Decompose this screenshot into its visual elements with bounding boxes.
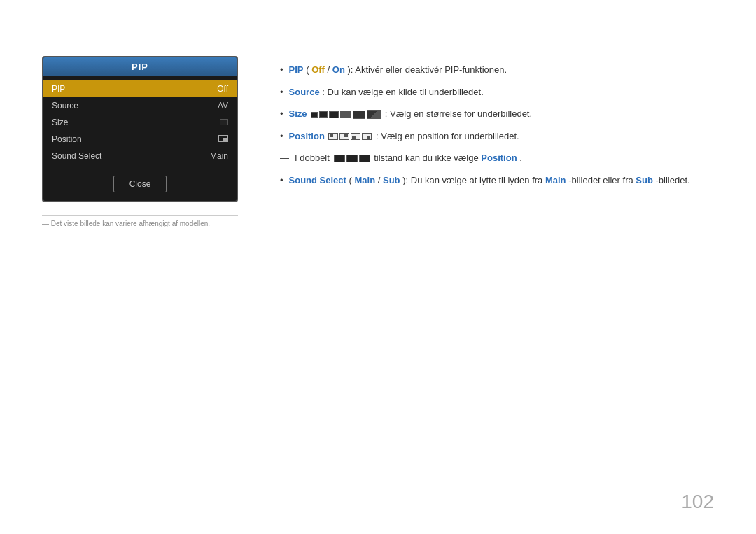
pip-row-position[interactable]: Position: [43, 131, 237, 148]
close-btn-row: Close: [43, 169, 237, 201]
pip-value-source: AV: [218, 101, 228, 111]
pip-paren: (: [306, 64, 309, 75]
bullet-dot-4: •: [280, 129, 284, 143]
right-panel: • PIP ( Off / On ): Aktivér eller deakti…: [280, 56, 714, 187]
pos-inner-bl: [352, 136, 356, 139]
pip-menu: PIP Off Source AV Size Position: [43, 76, 237, 169]
pip-label-pip: PIP: [52, 84, 65, 94]
pip-value-sound-select: Main: [210, 151, 228, 161]
pip-value-position: [218, 134, 228, 144]
on-bold: On: [332, 64, 345, 75]
bullet-text-sound-select: Sound Select ( Main / Sub ): Du kan vælg…: [289, 174, 714, 188]
footnote: ― Det viste billede kan variere afhængig…: [42, 215, 238, 227]
pos-icon-tr: [340, 133, 349, 140]
pos-inner-tl: [330, 134, 333, 137]
size-after: : Vælg en størrelse for underbilledet.: [385, 108, 532, 119]
dobbelt-position-bold: Position: [481, 153, 517, 163]
dobbelt-after: tilstand kan du ikke vælge: [374, 153, 481, 163]
dbl-icon-1: [334, 155, 345, 162]
pip-label-size: Size: [52, 118, 68, 127]
bullet-text-source: Source : Du kan vælge en kilde til under…: [289, 85, 714, 99]
size-icon-small: [220, 119, 228, 125]
pip-row-sound-select[interactable]: Sound Select Main: [43, 148, 237, 164]
pos-icon-bl: [351, 133, 360, 140]
pip-title-bar: PIP: [43, 57, 237, 76]
pip-after: ): Aktivér eller deaktivér PIP-funktione…: [347, 64, 507, 75]
pos-icon-tl: [328, 133, 338, 140]
size-icon-4: [340, 111, 351, 118]
bullet-text-position: Position : Vælg en position for underbil…: [289, 129, 714, 143]
page-container: PIP PIP Off Source AV Size: [0, 0, 756, 534]
size-icon-6: [367, 110, 381, 119]
pip-row-pip[interactable]: PIP Off: [43, 80, 237, 97]
pip-row-source[interactable]: Source AV: [43, 97, 237, 114]
size-bold: Size: [289, 108, 307, 119]
bullet-dot-2: •: [280, 85, 284, 99]
position-icon-br: [218, 135, 228, 142]
off-bold: Off: [312, 64, 325, 75]
position-icons-row: [328, 133, 372, 140]
main-bold2: Main: [545, 175, 566, 185]
dbl-icon-3: [359, 155, 370, 162]
page-number: 102: [681, 491, 714, 513]
pos-inner-br: [367, 136, 370, 139]
pip-bold: PIP: [289, 64, 304, 75]
sound-select-middle: -billedet eller fra: [568, 175, 636, 185]
size-icons-row: [311, 110, 381, 119]
sub-bold2: Sub: [636, 175, 653, 185]
pip-slash: /: [328, 64, 332, 75]
dobbelt-end: .: [519, 153, 522, 163]
pip-label-source: Source: [52, 101, 78, 111]
close-button[interactable]: Close: [113, 176, 167, 192]
pip-label-sound-select: Sound Select: [52, 151, 102, 161]
pos-icon-br: [362, 133, 372, 140]
pip-dialog: PIP PIP Off Source AV Size: [42, 56, 238, 202]
list-item-pip: • PIP ( Off / On ): Aktivér eller deakti…: [280, 63, 714, 77]
bullet-dot-1: •: [280, 63, 284, 77]
bullet-text-size: Size : Vælg en størrelse for underbilled…: [289, 107, 714, 121]
size-icon-2: [319, 111, 328, 118]
bullet-text-pip: PIP ( Off / On ): Aktivér eller deaktivé…: [289, 63, 714, 77]
source-bold: Source: [289, 87, 320, 97]
sub-bold: Sub: [383, 175, 400, 185]
list-item-size: • Size : Vælg en størrelse for underbill…: [280, 107, 714, 121]
dobbelt-prefix: I dobbelt: [295, 153, 332, 163]
pip-row-size[interactable]: Size: [43, 114, 237, 131]
source-after: : Du kan vælge en kilde til underbillede…: [322, 87, 484, 97]
bullet-list: • PIP ( Off / On ): Aktivér eller deakti…: [280, 63, 714, 187]
bullet-dot-3: •: [280, 107, 284, 121]
list-item-sound-select: • Sound Select ( Main / Sub ): Du kan væ…: [280, 174, 714, 188]
pip-title: PIP: [132, 62, 148, 72]
bullet-dot-5: ―: [280, 151, 289, 165]
list-item-dobbelt: ― I dobbelt tilstand kan du ikke vælge P…: [280, 151, 714, 165]
sound-select-paren: (: [349, 175, 352, 185]
sound-select-bold: Sound Select: [289, 175, 346, 185]
bullet-text-dobbelt: I dobbelt tilstand kan du ikke vælge Pos…: [295, 151, 714, 165]
dbl-icons-row: [334, 155, 370, 162]
size-icon-3: [329, 111, 339, 118]
sound-select-slash: /: [378, 175, 383, 185]
pos-inner-tr: [344, 134, 348, 137]
sound-select-end: -billedet.: [656, 175, 690, 185]
sound-select-after: ): Du kan vælge at lytte til lyden fra: [402, 175, 545, 185]
list-item-source: • Source : Du kan vælge en kilde til und…: [280, 85, 714, 99]
left-panel: PIP PIP Off Source AV Size: [42, 56, 238, 227]
bullet-dot-6: •: [280, 174, 284, 188]
list-item-position: • Position : Vælg en position for underb…: [280, 129, 714, 143]
size-icon-1: [311, 112, 318, 118]
pip-value-pip: Off: [217, 84, 228, 94]
pip-label-position: Position: [52, 134, 82, 144]
main-bold: Main: [355, 175, 376, 185]
dbl-icon-2: [346, 155, 358, 162]
size-icon-5: [353, 111, 365, 119]
position-bold: Position: [289, 131, 325, 141]
position-after: : Vælg en position for underbilledet.: [376, 131, 519, 141]
pip-value-size: [220, 118, 228, 127]
